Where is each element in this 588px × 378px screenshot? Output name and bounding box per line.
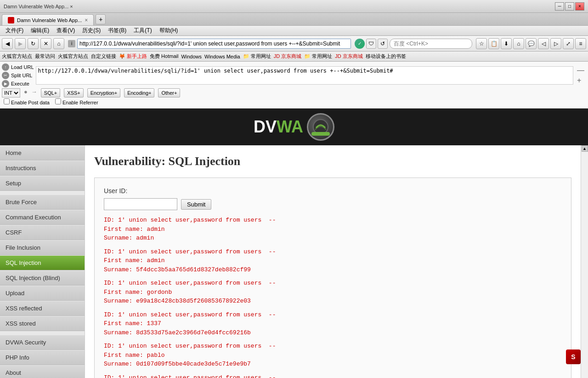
bookmark-windows[interactable]: Windows (181, 54, 202, 59)
window-controls[interactable]: ─ □ × (555, 2, 584, 11)
encoding-button[interactable]: Encoding+ (124, 88, 154, 97)
scrollbar-right[interactable]: ▲ ▼ (581, 145, 588, 378)
back2-button[interactable]: ◁ (538, 38, 549, 49)
forward2-button[interactable]: ▷ (550, 38, 561, 49)
dvwa-text-dv: DV (254, 117, 277, 136)
bookmark-common1[interactable]: 📁 常用网址 (243, 53, 271, 60)
close-button[interactable]: × (575, 2, 584, 11)
result-4-surname: Surname: 8d3533d75ae2c3966d7e0d4fcc69216… (104, 328, 562, 338)
home-button[interactable]: ⌂ (53, 38, 64, 49)
reload-icon[interactable]: ↺ (378, 39, 388, 49)
load-icon: ↑ (2, 63, 9, 71)
sidebar-separator-1 (0, 191, 85, 195)
hackbar-type-select[interactable]: INT (2, 88, 20, 97)
sidebar-item-sql-injection[interactable]: SQL Injection (0, 255, 85, 270)
user-id-label: User ID: (104, 187, 562, 195)
forward-button[interactable]: ▶ (15, 38, 26, 49)
bookmark-jd2[interactable]: JD 京东商城 (335, 53, 363, 60)
result-6-id: ID: 1' union select user,password from u… (104, 373, 562, 378)
bookmarks-bar: 火狐官方站点 最常访问 火狐官方站点 自定义链接 🦊 新手上路 免费 Hotma… (0, 52, 588, 62)
split-url-button[interactable]: ✂ Split URL (2, 72, 34, 79)
sidebar-item-command-execution[interactable]: Command Execution (0, 210, 85, 225)
execute-icon: ▶ (2, 80, 9, 87)
menu-edit[interactable]: 编辑(E) (27, 27, 53, 34)
tab-favicon (8, 17, 14, 23)
sync-button[interactable]: ⤢ (563, 38, 574, 49)
sidebar-item-xss-stored[interactable]: XSS stored (0, 316, 85, 331)
search-bar[interactable] (390, 39, 472, 49)
sidebar-item-about[interactable]: About (0, 365, 85, 378)
bookmark-jd1[interactable]: JD 京东商城 (274, 53, 302, 60)
new-tab-button[interactable]: + (96, 14, 106, 24)
sidebar-item-dvwa-security[interactable]: DVWA Security (0, 335, 85, 350)
hackbar-url-input[interactable] (36, 66, 573, 85)
menu-bookmarks[interactable]: 书签(B) (104, 27, 130, 34)
sidebar-item-file-inclusion[interactable]: File Inclusion (0, 240, 85, 255)
bookmark-hotmail[interactable]: 免费 Hotmail (150, 53, 178, 60)
sidebar-item-sql-injection-blind[interactable]: SQL Injection (Blind) (0, 270, 85, 286)
menu-tools[interactable]: 工具(T) (130, 27, 155, 34)
bookmark-windowsmedia[interactable]: Windows Media (204, 54, 240, 59)
dvwa-content-area: DVWA Home Instructions Setup Brute Force… (0, 109, 588, 378)
enable-referrer-checkbox[interactable] (55, 98, 61, 104)
url-bar[interactable] (77, 39, 351, 49)
minimize-button[interactable]: ─ (555, 2, 564, 11)
maximize-button[interactable]: □ (565, 2, 574, 11)
execute-button[interactable]: ▶ Execute (2, 80, 34, 87)
sogou-input-icon[interactable]: S (566, 349, 581, 364)
menu-help[interactable]: 帮助(H) (156, 27, 182, 34)
submit-button[interactable]: Submit (181, 199, 211, 210)
hackbar: ↑ Load URL ✂ Split URL ▶ Execute — + INT… (0, 62, 588, 109)
bookmark-firefox2[interactable]: 火狐官方站点 (58, 53, 88, 60)
sidebar-item-csrf[interactable]: CSRF (0, 225, 85, 240)
bookmark-custom[interactable]: 自定义链接 (91, 53, 116, 60)
sidebar-item-upload[interactable]: Upload (0, 286, 85, 301)
result-3-surname: Surname: e99a18c428cb38d5f260853678922e0… (104, 297, 562, 306)
sidebar-item-brute-force[interactable]: Brute Force (0, 195, 85, 210)
scroll-up-button[interactable]: ▲ (582, 145, 588, 152)
result-1-id: ID: 1' union select user,password from u… (104, 216, 562, 225)
back-button[interactable]: ◀ (2, 38, 13, 49)
sidebar-item-setup[interactable]: Setup (0, 176, 85, 191)
home2-button[interactable]: ⌂ (513, 38, 524, 49)
sidebar-item-home[interactable]: Home (0, 145, 85, 160)
page-title: Vulnerability: SQL Injection (94, 155, 571, 168)
result-4-id: ID: 1' union select user,password from u… (104, 310, 562, 320)
other-button[interactable]: Other+ (158, 88, 180, 97)
refresh-button[interactable]: ↻ (28, 38, 39, 49)
form-row: Submit (104, 198, 562, 210)
user-id-input[interactable] (104, 198, 177, 210)
stop-button[interactable]: ✕ (40, 38, 51, 49)
bookmark-firefox[interactable]: 火狐官方站点 (2, 53, 32, 60)
load-url-button[interactable]: ↑ Load URL (2, 63, 34, 71)
browser-tab[interactable]: Damn Vulnerable Web App... × (2, 14, 94, 25)
sidebar-item-php-info[interactable]: PHP Info (0, 350, 85, 365)
hackbar-checkboxes: Enable Post data Enable Referrer (2, 97, 586, 106)
sidebar-item-xss-reflected[interactable]: XSS reflected (0, 301, 85, 316)
tab-title: Damn Vulnerable Web App... (17, 17, 82, 23)
enable-post-checkbox[interactable] (4, 98, 10, 104)
enable-referrer-label[interactable]: Enable Referrer (55, 98, 98, 105)
result-5: ID: 1' union select user,password from u… (104, 342, 562, 369)
bookmark-common2[interactable]: 📁 常用网址 (304, 53, 332, 60)
tab-close-button[interactable]: × (85, 17, 88, 23)
download-button[interactable]: ⬇ (501, 38, 512, 49)
sql-button[interactable]: SQL+ (41, 88, 60, 97)
hackbar-expand-down[interactable]: + (577, 76, 584, 85)
menu-button[interactable]: ≡ (575, 38, 586, 49)
share-button[interactable]: 💬 (526, 38, 537, 49)
encryption-button[interactable]: Encryption+ (87, 88, 120, 97)
hackbar-expand-up[interactable]: — (577, 66, 584, 74)
menu-view[interactable]: 查看(V) (53, 27, 79, 34)
sidebar-item-instructions[interactable]: Instructions (0, 160, 85, 176)
menu-file[interactable]: 文件(F) (2, 27, 27, 34)
menu-history[interactable]: 历史(S) (79, 27, 104, 34)
bookmark-frequent[interactable]: 最常访问 (35, 53, 55, 60)
titlebar: Damn Vulnerable Web App... × ─ □ × (0, 0, 588, 13)
bookmark-list-button[interactable]: 📋 (488, 38, 499, 49)
bookmark-mobile[interactable]: 移动设备上的书签 (366, 53, 406, 60)
enable-post-label[interactable]: Enable Post data (4, 98, 50, 105)
bookmark-star-button[interactable]: ☆ (476, 38, 487, 49)
bookmark-newuser[interactable]: 🦊 新手上路 (119, 53, 147, 60)
xss-button[interactable]: XSS+ (64, 88, 83, 97)
